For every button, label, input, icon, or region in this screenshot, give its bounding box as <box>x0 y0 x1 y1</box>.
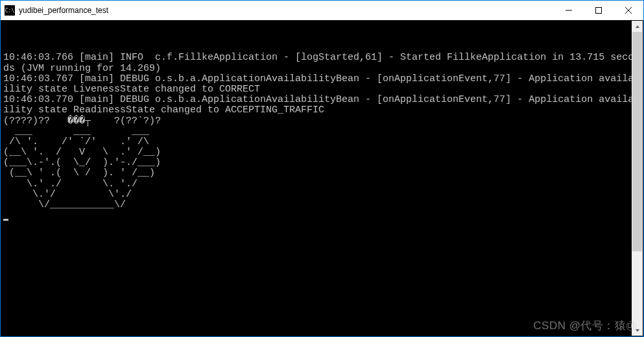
vertical-scrollbar[interactable] <box>632 21 643 336</box>
window-frame: C:\ yudibei_performance_test 10:46:03.76… <box>1 1 643 336</box>
minimize-button[interactable] <box>554 1 584 20</box>
scroll-down-arrow-icon[interactable] <box>632 325 643 336</box>
scroll-thumb[interactable] <box>632 32 642 251</box>
scroll-track[interactable] <box>632 32 643 325</box>
cursor <box>3 219 8 221</box>
console-icon: C:\ <box>5 5 15 16</box>
close-button[interactable] <box>614 1 643 20</box>
console-output[interactable]: 10:46:03.766 [main] INFO c.f.FillkeAppli… <box>1 20 643 336</box>
titlebar-left: C:\ yudibei_performance_test <box>1 5 108 16</box>
scroll-up-arrow-icon[interactable] <box>632 21 643 32</box>
maximize-button[interactable] <box>584 1 614 20</box>
titlebar[interactable]: C:\ yudibei_performance_test <box>1 1 643 20</box>
window-title: yudibei_performance_test <box>19 6 108 15</box>
svg-rect-0 <box>596 8 602 14</box>
window-controls <box>554 1 643 20</box>
